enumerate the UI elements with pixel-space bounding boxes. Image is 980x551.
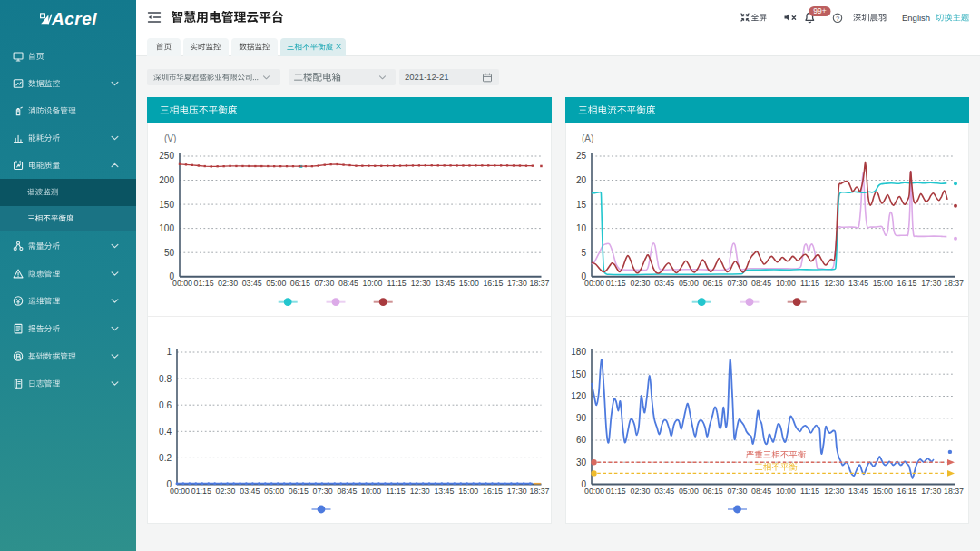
svg-text:07:30: 07:30: [727, 279, 747, 288]
svg-text:02:30: 02:30: [630, 279, 650, 288]
svg-text:15:00: 15:00: [873, 279, 893, 288]
svg-text:11:15: 11:15: [387, 279, 406, 288]
svg-text:180: 180: [571, 347, 586, 357]
svg-text:11:15: 11:15: [800, 279, 819, 288]
svg-text:16:15: 16:15: [483, 279, 503, 288]
svg-text:18:37: 18:37: [529, 279, 549, 288]
svg-text:08:45: 08:45: [337, 487, 357, 496]
svg-text:18:37: 18:37: [944, 279, 964, 288]
svg-text:0.4: 0.4: [159, 427, 172, 437]
svg-text:5: 5: [581, 248, 586, 258]
svg-text:07:30: 07:30: [727, 487, 747, 496]
svg-text:03:45: 03:45: [242, 279, 262, 288]
svg-text:15:00: 15:00: [458, 487, 478, 496]
svg-text:11:15: 11:15: [386, 487, 405, 496]
svg-text:99+: 99+: [813, 6, 826, 15]
svg-text:13:45: 13:45: [434, 487, 454, 496]
svg-text:17:30: 17:30: [921, 279, 941, 288]
svg-text:(A): (A): [582, 133, 593, 143]
svg-text:25: 25: [576, 151, 587, 161]
svg-text:50: 50: [164, 248, 175, 258]
svg-text:03:45: 03:45: [654, 487, 674, 496]
svg-text:0.6: 0.6: [159, 400, 172, 410]
svg-text:02:30: 02:30: [215, 487, 235, 496]
svg-text:07:30: 07:30: [314, 279, 334, 288]
svg-text:11:15: 11:15: [800, 487, 819, 496]
svg-text:03:45: 03:45: [240, 487, 260, 496]
svg-text:1: 1: [166, 347, 172, 357]
svg-text:12:30: 12:30: [411, 279, 431, 288]
svg-text:01:15: 01:15: [606, 279, 626, 288]
svg-text:12:30: 12:30: [410, 487, 430, 496]
svg-text:0.2: 0.2: [159, 453, 172, 463]
svg-text:06:15: 06:15: [703, 487, 723, 496]
svg-text:13:45: 13:45: [848, 487, 868, 496]
svg-text:00:00: 00:00: [170, 487, 190, 496]
svg-text:05:00: 05:00: [679, 279, 699, 288]
svg-text:00:00: 00:00: [584, 279, 604, 288]
svg-text:01:15: 01:15: [606, 487, 626, 496]
svg-text:15:00: 15:00: [873, 487, 893, 496]
svg-text:16:15: 16:15: [897, 279, 916, 288]
svg-text:12:30: 12:30: [824, 279, 844, 288]
svg-text:05:00: 05:00: [264, 487, 284, 496]
svg-text:200: 200: [159, 175, 174, 185]
svg-text:16:15: 16:15: [897, 487, 916, 496]
svg-text:10: 10: [576, 223, 587, 233]
svg-text:02:30: 02:30: [218, 279, 238, 288]
svg-text:03:45: 03:45: [654, 279, 674, 288]
svg-text:10:00: 10:00: [362, 279, 382, 288]
svg-text:12:30: 12:30: [824, 487, 844, 496]
svg-text:0.8: 0.8: [159, 374, 172, 384]
svg-text:150: 150: [159, 200, 174, 210]
svg-text:17:30: 17:30: [507, 279, 527, 288]
svg-text:17:30: 17:30: [921, 487, 941, 496]
svg-text:100: 100: [159, 223, 174, 233]
svg-text:07:30: 07:30: [313, 487, 333, 496]
svg-text:60: 60: [576, 435, 587, 445]
svg-text:17:30: 17:30: [507, 487, 527, 496]
svg-text:(V): (V): [164, 133, 176, 143]
svg-text:20: 20: [576, 175, 587, 185]
svg-text:00:00: 00:00: [172, 279, 192, 288]
svg-text:18:37: 18:37: [529, 487, 549, 496]
svg-text:120: 120: [571, 391, 586, 401]
svg-text:08:45: 08:45: [751, 279, 771, 288]
svg-text:08:45: 08:45: [338, 279, 358, 288]
svg-text:90: 90: [576, 413, 587, 423]
svg-text:18:37: 18:37: [944, 487, 964, 496]
svg-text:16:15: 16:15: [483, 487, 503, 496]
svg-text:05:00: 05:00: [679, 487, 699, 496]
svg-text:00:00: 00:00: [584, 487, 604, 496]
svg-text:150: 150: [571, 369, 586, 379]
svg-text:10:00: 10:00: [776, 279, 796, 288]
svg-text:02:30: 02:30: [630, 487, 650, 496]
svg-text:250: 250: [159, 151, 174, 161]
svg-text:08:45: 08:45: [751, 487, 771, 496]
svg-text:13:45: 13:45: [435, 279, 455, 288]
svg-text:05:00: 05:00: [266, 279, 286, 288]
svg-text:06:15: 06:15: [290, 279, 310, 288]
svg-text:13:45: 13:45: [848, 279, 868, 288]
svg-text:?: ?: [836, 15, 839, 23]
svg-text:2021-12-21: 2021-12-21: [405, 72, 449, 82]
svg-text:01:15: 01:15: [191, 487, 211, 496]
svg-text:10:00: 10:00: [776, 487, 796, 496]
svg-text:30: 30: [576, 458, 587, 467]
svg-text:01:15: 01:15: [194, 279, 214, 288]
svg-text:English: English: [902, 13, 930, 23]
svg-text:15:00: 15:00: [459, 279, 479, 288]
svg-text:06:15: 06:15: [289, 487, 309, 496]
svg-text:10:00: 10:00: [361, 487, 381, 496]
svg-text:06:15: 06:15: [703, 279, 723, 288]
svg-text:15: 15: [576, 200, 587, 210]
